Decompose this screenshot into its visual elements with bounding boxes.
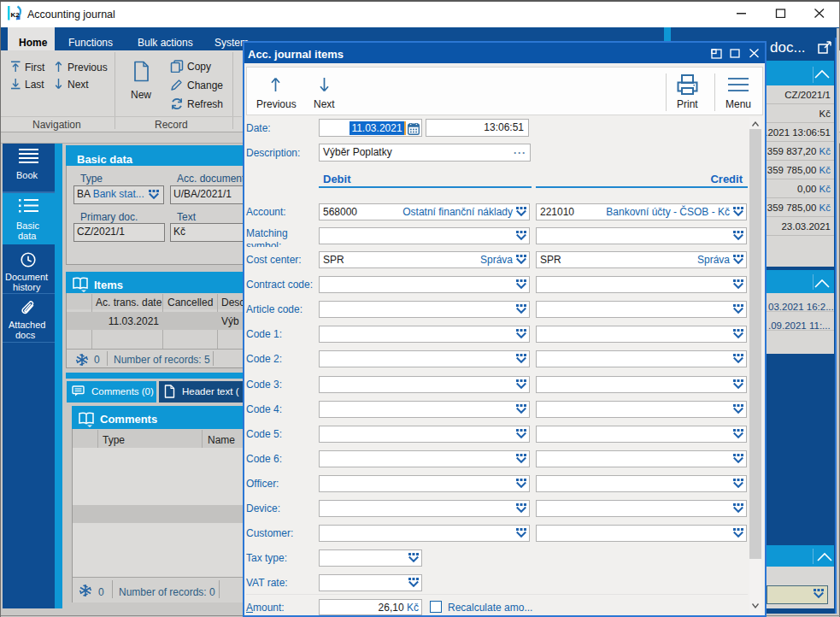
- svg-text:K2: K2: [11, 11, 21, 19]
